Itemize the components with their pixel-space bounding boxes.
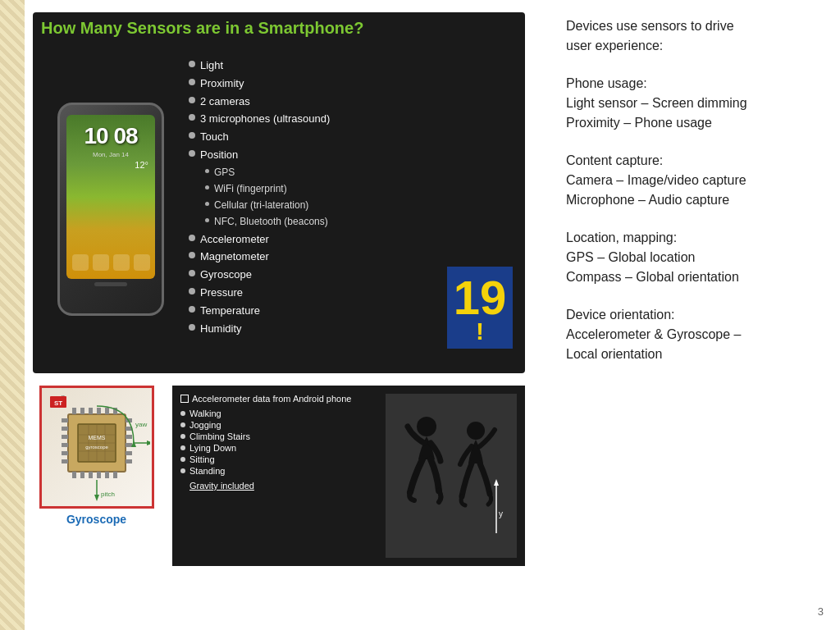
sensor-label: Light bbox=[200, 57, 223, 75]
gps-line: GPS – Global location bbox=[566, 248, 819, 267]
phone-icon bbox=[93, 254, 109, 271]
svg-marker-47 bbox=[494, 479, 499, 486]
accelerometer-panel: Accelerometer data from Android phone Wa… bbox=[172, 386, 525, 566]
sensor-count-badge: 19 ! bbox=[447, 267, 513, 349]
accel-item-climbing: Climbing Stairs bbox=[180, 431, 379, 441]
light-sensor-line: Light sensor – Screen dimming bbox=[566, 94, 819, 113]
phone-image-area: 10 08 Mon, Jan 14 12° bbox=[41, 53, 180, 365]
sensor-item-cellular: Cellular (tri-lateration) bbox=[205, 198, 517, 213]
svg-rect-12 bbox=[89, 408, 93, 414]
sensor-label: GPS bbox=[214, 165, 235, 180]
accel-footer: Gravity included bbox=[180, 477, 379, 492]
svg-point-45 bbox=[467, 422, 485, 440]
phone-icon bbox=[72, 254, 89, 271]
badge-exclaim: ! bbox=[476, 322, 484, 341]
accel-bullet bbox=[180, 434, 185, 439]
sensor-label: Position bbox=[200, 147, 238, 164]
accel-bullet bbox=[180, 468, 185, 473]
bullet bbox=[189, 306, 195, 313]
accel-gravity-text: Gravity included bbox=[189, 481, 254, 491]
svg-marker-37 bbox=[94, 495, 99, 501]
sensor-label: Pressure bbox=[200, 285, 243, 302]
sensor-label: Temperature bbox=[200, 303, 260, 320]
sensor-item-gps: GPS bbox=[205, 165, 517, 180]
sensor-label: Proximity bbox=[200, 75, 244, 93]
sensor-label: Humidity bbox=[200, 321, 242, 338]
svg-rect-27 bbox=[62, 459, 68, 463]
bullet bbox=[189, 114, 195, 121]
sensor-label: NFC, Bluetooth (beacons) bbox=[214, 214, 328, 230]
accel-text-col: Accelerometer data from Android phone Wa… bbox=[180, 394, 379, 558]
svg-rect-21 bbox=[113, 472, 117, 478]
orientation-title: Device orientation: bbox=[566, 305, 819, 325]
sub-bullet bbox=[205, 169, 209, 173]
location-title: Location, mapping: bbox=[566, 228, 819, 248]
sensor-label: Accelerometer bbox=[200, 231, 269, 249]
sensor-item-light: Light bbox=[189, 57, 517, 75]
svg-rect-13 bbox=[97, 408, 101, 414]
gyro-chip-svg: MEMS gyroscope bbox=[43, 390, 150, 504]
sensor-item-cameras: 2 cameras bbox=[189, 94, 517, 111]
phone-icon bbox=[134, 254, 150, 271]
svg-marker-40 bbox=[147, 441, 150, 445]
svg-text:gyroscope: gyroscope bbox=[85, 445, 108, 450]
badge-number: 19 bbox=[454, 274, 507, 322]
accel-bullet bbox=[180, 457, 185, 462]
accel-title-box bbox=[180, 395, 189, 403]
svg-point-44 bbox=[417, 417, 436, 436]
svg-rect-23 bbox=[62, 427, 68, 431]
phone-time: 10 08 bbox=[66, 123, 155, 149]
svg-text:MEMS: MEMS bbox=[88, 435, 105, 441]
phone-home-button bbox=[94, 282, 127, 286]
bullet bbox=[189, 132, 195, 139]
svg-rect-11 bbox=[80, 408, 84, 414]
intro-line2: user experience: bbox=[566, 36, 819, 56]
page-number: 3 bbox=[818, 605, 824, 618]
accel-bullet bbox=[180, 422, 185, 427]
sub-bullet bbox=[205, 218, 209, 222]
accel-item-label: Lying Down bbox=[189, 443, 236, 453]
phone-icons-row bbox=[70, 254, 152, 271]
phone-weather: 12° bbox=[66, 160, 155, 170]
accel-item-label: Jogging bbox=[189, 420, 221, 430]
microphone-line: Microphone – Audio capture bbox=[566, 190, 819, 210]
accel-title: Accelerometer data from Android phone bbox=[180, 394, 379, 404]
camera-line: Camera – Image/video capture bbox=[566, 171, 819, 190]
accel-bullet bbox=[180, 445, 185, 450]
right-panel: Devices use sensors to drive user experi… bbox=[550, 0, 840, 630]
svg-rect-18 bbox=[89, 472, 93, 478]
left-panel: How Many Sensors are in a Smartphone? 10… bbox=[25, 0, 550, 630]
svg-text:yaw: yaw bbox=[135, 421, 147, 428]
svg-rect-10 bbox=[72, 408, 76, 414]
svg-rect-22 bbox=[62, 418, 68, 422]
bullet bbox=[189, 97, 195, 103]
accel-item-label: Walking bbox=[189, 409, 221, 418]
svg-rect-17 bbox=[80, 472, 84, 478]
smartphone-slide: How Many Sensors are in a Smartphone? 10… bbox=[33, 12, 525, 373]
svg-text:y: y bbox=[499, 509, 503, 518]
bullet bbox=[189, 235, 195, 241]
intro-line1: Devices use sensors to drive bbox=[566, 16, 819, 36]
svg-rect-30 bbox=[126, 435, 132, 439]
sensor-item-proximity: Proximity bbox=[189, 75, 517, 93]
proximity-line: Proximity – Phone usage bbox=[566, 113, 819, 133]
sub-bullet bbox=[205, 185, 209, 189]
left-decorative-border bbox=[0, 0, 25, 630]
sensor-item-magneto: Magnetometer bbox=[189, 249, 517, 266]
bullet bbox=[189, 288, 195, 294]
gyro-label: Gyroscope bbox=[66, 513, 126, 526]
sensor-label: Magnetometer bbox=[200, 249, 269, 266]
info-block-content: Content capture: Camera – Image/video ca… bbox=[566, 151, 819, 210]
svg-rect-26 bbox=[62, 451, 68, 455]
svg-text:pitch: pitch bbox=[101, 491, 115, 498]
info-block-intro: Devices use sensors to drive user experi… bbox=[566, 16, 819, 56]
bullet bbox=[189, 79, 195, 85]
bullet bbox=[189, 61, 195, 67]
sensor-item-wifi: WiFi (fingerprint) bbox=[205, 181, 517, 197]
svg-rect-16 bbox=[72, 472, 76, 478]
svg-rect-32 bbox=[126, 451, 132, 455]
svg-rect-25 bbox=[62, 443, 68, 447]
accel-item-jogging: Jogging bbox=[180, 420, 379, 430]
bullet bbox=[189, 324, 195, 331]
bottom-row: MEMS gyroscope bbox=[33, 386, 525, 566]
